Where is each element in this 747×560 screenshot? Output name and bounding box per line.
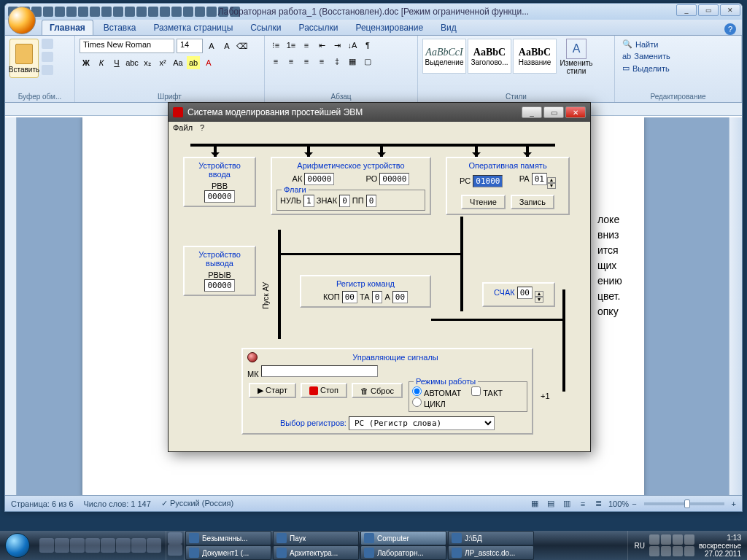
style-item[interactable]: AaBbCЗаголово...	[468, 39, 511, 74]
qat-icon[interactable]	[90, 7, 100, 17]
font-color-button[interactable]: A	[202, 56, 215, 69]
taskbar-app-button[interactable]: Документ1 (...	[185, 545, 271, 560]
qat-icon[interactable]	[43, 7, 53, 17]
tab-home[interactable]: Главная	[42, 20, 93, 35]
ql-icon[interactable]	[39, 538, 54, 553]
tray-icon[interactable]	[649, 546, 659, 556]
align-right-icon[interactable]: ≡	[300, 55, 313, 68]
ra-spinner[interactable]: ▲▼	[547, 177, 556, 189]
tray-icon[interactable]	[661, 534, 671, 545]
close-button[interactable]: ✕	[720, 4, 740, 16]
ql-icon[interactable]	[101, 538, 115, 553]
copy-icon[interactable]	[42, 52, 53, 62]
qat-icon[interactable]	[125, 7, 135, 17]
tab-references[interactable]: Ссылки	[243, 20, 288, 35]
sign-flag[interactable]: 0	[339, 195, 350, 207]
stop-button[interactable]: Стоп	[301, 383, 347, 398]
qat-icon[interactable]	[206, 7, 217, 17]
view-outline-icon[interactable]: ≡	[576, 497, 589, 510]
ak-register[interactable]: 00000	[304, 173, 334, 185]
ra-register[interactable]: 01	[532, 173, 547, 185]
tray-icon[interactable]	[661, 546, 671, 556]
ta-register[interactable]: 0	[372, 291, 383, 303]
taskbar-clock[interactable]: 1:13 воскресенье 27.02.2011	[699, 534, 741, 558]
qat-icon[interactable]	[148, 7, 158, 17]
tab-insert[interactable]: Вставка	[96, 20, 144, 35]
a-register[interactable]: 00	[392, 291, 408, 303]
justify-icon[interactable]: ≡	[315, 55, 328, 68]
taskbar-app-button[interactable]: Паук	[273, 531, 359, 545]
clear-format-icon[interactable]: ⌫	[236, 39, 249, 52]
tab-layout[interactable]: Разметка страницы	[146, 20, 240, 35]
ql-icon[interactable]	[55, 538, 69, 553]
zoom-label[interactable]: 100%	[608, 499, 629, 508]
show-marks-icon[interactable]: ¶	[361, 39, 374, 52]
dialog-close-button[interactable]: ✕	[565, 106, 586, 118]
dialog-minimize-button[interactable]: _	[522, 106, 542, 118]
numbering-icon[interactable]: 1≡	[285, 39, 298, 52]
font-size-combo[interactable]: 14	[177, 39, 203, 53]
help-icon[interactable]: ?	[724, 23, 736, 35]
taskbar-app-button[interactable]: Лабораторн...	[360, 545, 446, 560]
select-button[interactable]: ▭Выделить	[619, 63, 737, 74]
taskbar-app-button[interactable]: Computer	[360, 531, 446, 545]
bullets-icon[interactable]: ⁝≡	[269, 39, 282, 52]
restore-button[interactable]: ▭	[698, 4, 719, 16]
office-button[interactable]	[8, 7, 36, 34]
ql-icon[interactable]	[116, 538, 131, 553]
start-button[interactable]	[0, 531, 35, 560]
mode-cycle-radio[interactable]: ЦИКЛ	[412, 400, 446, 408]
paste-button[interactable]: Вставить	[9, 39, 39, 78]
ql-icon[interactable]	[168, 544, 182, 556]
status-lang[interactable]: ✓ Русский (Россия)	[161, 499, 233, 508]
subscript-button[interactable]: x₂	[141, 56, 154, 69]
tray-icon[interactable]	[649, 534, 659, 545]
shrink-font-icon[interactable]: A	[220, 39, 233, 52]
cut-icon[interactable]	[42, 39, 53, 49]
rs-register[interactable]: 01000	[473, 175, 503, 187]
borders-icon[interactable]: ▢	[361, 55, 374, 68]
schak-register[interactable]: 00	[517, 287, 533, 299]
sort-icon[interactable]: ↓A	[346, 39, 359, 52]
mk-register[interactable]	[261, 365, 378, 377]
null-flag[interactable]: 1	[303, 195, 314, 207]
qat-icon[interactable]	[66, 7, 77, 17]
zoom-slider[interactable]	[644, 502, 724, 505]
line-spacing-icon[interactable]: ‡	[330, 55, 344, 68]
ql-icon[interactable]	[131, 538, 146, 553]
vertical-scrollbar[interactable]	[729, 117, 742, 495]
start-button[interactable]: ▶ Старт	[249, 383, 296, 398]
tray-icon[interactable]	[673, 546, 683, 556]
menu-help[interactable]: ?	[200, 123, 204, 135]
ro-register[interactable]: 00000	[379, 173, 409, 185]
qat-icon[interactable]	[78, 7, 88, 17]
mode-auto-radio[interactable]: АВТОМАТ	[412, 389, 461, 397]
style-item[interactable]: AaBbCНазвание	[513, 39, 557, 74]
multilevel-icon[interactable]: ≡	[300, 39, 313, 52]
qat-icon[interactable]	[101, 7, 112, 17]
view-print-icon[interactable]: ▦	[528, 497, 541, 510]
strike-button[interactable]: abc	[125, 56, 139, 69]
dialog-maximize-button[interactable]: ▭	[543, 106, 564, 118]
view-read-icon[interactable]: ▤	[544, 497, 557, 510]
vertical-ruler[interactable]	[5, 117, 17, 495]
tab-mailings[interactable]: Рассылки	[292, 20, 346, 35]
change-case-button[interactable]: Aa	[171, 56, 185, 69]
underline-button[interactable]: Ч	[110, 56, 123, 69]
taskbar-app-button[interactable]: Безымянны...	[185, 531, 271, 545]
font-name-combo[interactable]: Times New Roman	[80, 39, 174, 53]
ql-icon[interactable]	[70, 538, 85, 553]
ql-icon[interactable]	[147, 538, 161, 553]
mode-takt-check[interactable]: ТАКТ	[471, 386, 503, 408]
style-item[interactable]: AaBbCcIВыделение	[422, 39, 466, 74]
qat-icon[interactable]	[195, 7, 205, 17]
highlight-button[interactable]: ab	[187, 56, 200, 69]
rvv-register[interactable]: 00000	[204, 190, 234, 203]
taskbar-app-button[interactable]: ЛР_asstcc.do...	[448, 545, 534, 560]
status-page[interactable]: Страница: 6 из 6	[11, 499, 74, 508]
tray-icon[interactable]	[673, 534, 683, 545]
grow-font-icon[interactable]: A	[205, 39, 218, 52]
format-painter-icon[interactable]	[42, 65, 53, 75]
taskbar-app-button[interactable]: J:\БД	[448, 531, 534, 545]
register-select[interactable]: РС (Регистр слова)	[349, 416, 495, 430]
